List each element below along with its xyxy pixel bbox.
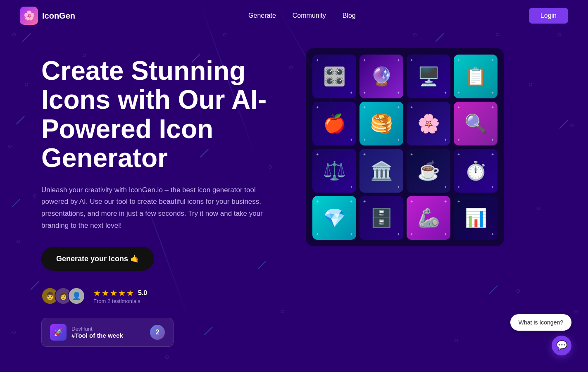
sparkle-tr-15: ✦ xyxy=(444,199,447,204)
icon-emoji-8: 🔍 xyxy=(464,113,487,134)
star-1: ★ xyxy=(93,288,101,298)
rating-score: 5.0 xyxy=(138,289,147,297)
nav-item-blog[interactable]: Blog xyxy=(343,12,356,19)
nav-item-community[interactable]: Community xyxy=(293,12,326,19)
sparkle-tr-13: ✦ xyxy=(350,199,353,204)
rating-info: ★ ★ ★ ★ ★ 5.0 From 2 testimonials xyxy=(93,288,147,304)
sparkle-tl-12: ✦ xyxy=(457,152,460,157)
sparkle-tl-9: ✦ xyxy=(316,152,319,157)
sparkle-tl-16: ✦ xyxy=(457,199,460,204)
sparkle-tl-4: ✦ xyxy=(457,58,460,62)
icon-emoji-9: ⚖️ xyxy=(323,160,346,181)
sparkle-bl-12: ✦ xyxy=(457,185,460,189)
devhunt-icon-emoji: 🚀 xyxy=(54,328,63,337)
icon-card-9: ✦ ✦ ⚖️ xyxy=(312,149,356,193)
sparkle-br-2: ✦ xyxy=(397,91,400,95)
icon-card-6: ✦ ✦ ✦ ✦ 🥞 xyxy=(359,102,403,145)
sparkle-br-12: ✦ xyxy=(491,185,494,189)
icon-emoji-13: 💎 xyxy=(323,207,346,229)
sparkle-tr-2: ✦ xyxy=(397,58,400,62)
avatar-3: 👤 xyxy=(68,287,85,305)
sparkle-tl-3: ✦ xyxy=(410,58,413,62)
main-content: Create Stunning Icons with Our AI-Powere… xyxy=(0,31,588,347)
star-2: ★ xyxy=(102,288,109,298)
sparkle-bl-15: ✦ xyxy=(410,232,413,236)
sparkle-tl-8: ✦ xyxy=(457,105,460,110)
icon-emoji-5: 🍎 xyxy=(323,113,346,134)
sparkle-br-13: ✦ xyxy=(350,232,353,236)
sparkle-br-7: ✦ xyxy=(444,138,447,142)
sparkle-bl-13: ✦ xyxy=(316,232,319,236)
star-4: ★ xyxy=(118,288,126,298)
sparkle-br-8: ✦ xyxy=(491,138,494,142)
logo-icon: 🌸 xyxy=(20,7,38,25)
nav-links: Generate Community Blog xyxy=(248,12,356,19)
icon-emoji-7: 🌸 xyxy=(417,113,440,134)
icon-card-10: ✦ ✦ 🏛️ xyxy=(359,149,403,193)
chat-widget: What is Icongen? 💬 xyxy=(510,314,571,355)
sparkle-bl-2: ✦ xyxy=(363,91,366,95)
icon-card-13: ✦ ✦ ✦ ✦ 💎 xyxy=(312,196,356,240)
star-3: ★ xyxy=(110,288,117,298)
icon-card-3: ✦ ✦ 🖥️ xyxy=(407,55,450,98)
star-5: ★ xyxy=(126,288,134,298)
sparkle-bl-6: ✦ xyxy=(363,138,366,142)
nav-link-blog[interactable]: Blog xyxy=(343,12,356,19)
icon-emoji-11: ☕ xyxy=(417,160,440,181)
logo[interactable]: 🌸 IconGen xyxy=(20,7,75,25)
icon-card-16: ✦ ✦ 📊 xyxy=(454,196,498,240)
icons-grid-container: ✦ ✦ 🎛️ ✦ ✦ ✦ ✦ 🔮 ✦ ✦ 🖥️ ✦ ✦ ✦ ✦ 📋 xyxy=(306,48,504,246)
sparkle-br-3: ✦ xyxy=(444,91,447,95)
icon-emoji-16: 📊 xyxy=(464,207,487,229)
navbar: 🌸 IconGen Generate Community Blog Login xyxy=(0,0,588,31)
sparkle-bl-4: ✦ xyxy=(457,91,460,95)
chat-icon: 💬 xyxy=(556,340,567,351)
icon-emoji-1: 🎛️ xyxy=(323,66,346,87)
icon-emoji-12: ⏱️ xyxy=(464,160,487,181)
nav-link-community[interactable]: Community xyxy=(293,12,326,19)
icon-card-5: ✦ ✦ 🍎 xyxy=(312,102,356,145)
sparkle-tl-2: ✦ xyxy=(363,58,366,62)
sparkle-tr-8: ✦ xyxy=(491,105,494,110)
devhunt-badge: 🚀 DevHunt #Tool of the week 2 xyxy=(41,318,174,347)
nav-item-generate[interactable]: Generate xyxy=(248,12,276,19)
hero-title: Create Stunning Icons with Our AI-Powere… xyxy=(41,56,281,173)
sparkle-tl-10: ✦ xyxy=(363,152,366,157)
sparkle-tl-14: ✦ xyxy=(363,199,366,204)
sparkle-tl: ✦ xyxy=(316,58,319,62)
icon-card-1: ✦ ✦ 🎛️ xyxy=(312,55,356,98)
sparkle-tr-12: ✦ xyxy=(491,152,494,157)
icon-emoji-2: 🔮 xyxy=(370,66,393,87)
icon-card-4: ✦ ✦ ✦ ✦ 📋 xyxy=(454,55,498,98)
logo-text: IconGen xyxy=(42,11,75,21)
sparkle-tl-6: ✦ xyxy=(363,105,366,110)
cta-button[interactable]: Generate your Icons 🤙 xyxy=(41,247,154,271)
sparkle-br-10: ✦ xyxy=(397,185,400,189)
icon-emoji-14: 🗄️ xyxy=(370,207,393,229)
nav-link-generate[interactable]: Generate xyxy=(248,12,276,19)
sparkle-br-16: ✦ xyxy=(491,232,494,236)
sparkle-br-5: ✦ xyxy=(350,138,353,142)
hero-description: Unleash your creativity with IconGen.io … xyxy=(41,184,264,232)
devhunt-icon: 🚀 xyxy=(50,324,67,341)
sparkle-br-15: ✦ xyxy=(444,232,447,236)
sparkle-tl-13: ✦ xyxy=(316,199,319,204)
icon-card-7: ✦ ✦ 🌸 xyxy=(407,102,450,145)
icon-card-12: ✦ ✦ ✦ ✦ ⏱️ xyxy=(454,149,498,193)
icon-emoji-3: 🖥️ xyxy=(417,66,440,87)
sparkle-br-14: ✦ xyxy=(397,232,400,236)
chat-bubble: What is Icongen? xyxy=(510,314,571,331)
icon-emoji-10: 🏛️ xyxy=(370,160,393,181)
avatar-group: 👨 👩 👤 xyxy=(41,287,81,305)
icon-card-11: ✦ ✦ ☕ xyxy=(407,149,450,193)
devhunt-text: DevHunt #Tool of the week xyxy=(71,326,145,339)
logo-emoji: 🌸 xyxy=(24,10,35,21)
chat-open-button[interactable]: 💬 xyxy=(552,336,571,355)
sparkle-br-4: ✦ xyxy=(491,91,494,95)
sparkle-tl-5: ✦ xyxy=(316,105,319,110)
login-button[interactable]: Login xyxy=(529,8,568,24)
devhunt-name: DevHunt xyxy=(71,326,145,332)
star-rating: ★ ★ ★ ★ ★ xyxy=(93,288,134,298)
icon-emoji-4: 📋 xyxy=(464,66,487,87)
sparkle-br: ✦ xyxy=(350,91,353,95)
